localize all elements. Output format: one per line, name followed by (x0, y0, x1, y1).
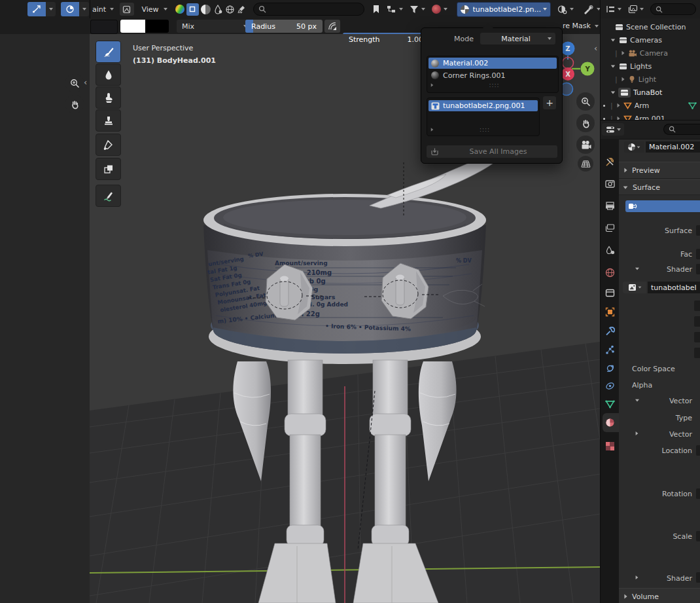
tab-texture-icon[interactable] (605, 441, 615, 451)
vector-expand-icon[interactable] (635, 399, 639, 402)
texture-mask-button[interactable] (583, 5, 601, 14)
secondary-color-swatch[interactable] (145, 20, 169, 33)
rainbow-sphere-icon[interactable] (175, 5, 184, 14)
surface-panel-header[interactable]: Surface (619, 179, 700, 195)
save-all-images-button[interactable]: Save All Images (427, 145, 557, 158)
outliner-row-tunabot[interactable]: TunaBot (601, 86, 700, 99)
mode-selector[interactable]: aint (92, 5, 114, 14)
disclosure-down-icon[interactable] (611, 65, 615, 67)
add-image-slot-button[interactable]: + (543, 96, 556, 109)
material-preview-icon[interactable] (213, 4, 223, 14)
shader2-expand-icon[interactable] (636, 576, 639, 579)
canvas-image-selector[interactable]: tunabotlabel2.pn... (457, 2, 551, 17)
sphere-falloff-dropdown[interactable] (79, 2, 89, 16)
paint-mode-icon-button[interactable] (120, 3, 133, 16)
editor-type-button[interactable] (602, 123, 624, 136)
brush-texture-swatch[interactable] (90, 20, 118, 34)
list-resize-grip[interactable]: :::: (434, 127, 536, 132)
blend-mode-dropdown[interactable]: Mix (177, 20, 253, 33)
properties-search-field[interactable] (663, 124, 700, 135)
texture-button[interactable] (557, 5, 574, 14)
zoom-button[interactable] (576, 92, 595, 111)
image-browse-button[interactable] (623, 282, 646, 293)
outliner-row-camera[interactable]: | Camera (601, 46, 700, 60)
view-layers-button[interactable] (387, 5, 403, 14)
list-resize-grip[interactable]: :::: (434, 82, 555, 88)
tab-data-icon[interactable] (605, 400, 615, 409)
falloff-dropdown[interactable] (46, 2, 56, 16)
field-2[interactable] (694, 316, 700, 327)
left-viewport-strip[interactable]: ‹ (0, 34, 90, 603)
location-field[interactable] (696, 445, 700, 456)
tool-fill-button[interactable] (96, 134, 121, 156)
solid-shading-icon[interactable] (201, 5, 211, 14)
outliner-row-arm[interactable]: | Arm (601, 99, 700, 112)
bookmark-icon[interactable] (372, 5, 380, 14)
material-slot-item[interactable]: Corner Rings.001 (429, 70, 557, 81)
primary-color-swatch[interactable] (120, 20, 145, 33)
tab-object-icon[interactable] (605, 307, 615, 317)
sidebar-collapse[interactable]: ‹ (594, 43, 597, 53)
material-slot-selected[interactable]: Material.002 (429, 58, 557, 69)
perspective-toggle-button[interactable] (578, 156, 593, 172)
mode-dropdown[interactable]: Material (480, 33, 555, 45)
tab-output-icon[interactable] (605, 202, 615, 210)
preview-panel-header[interactable]: Preview (619, 162, 700, 179)
tool-smear-button[interactable] (96, 86, 121, 109)
tab-forcefield-icon[interactable] (605, 381, 615, 391)
image-slot-selected[interactable]: tunabotlabel2.png.001 (429, 100, 538, 111)
vector2-expand-icon[interactable] (636, 431, 639, 435)
pan-button[interactable] (576, 114, 595, 132)
tab-modifier-icon[interactable] (605, 327, 615, 337)
tab-viewlayer-icon[interactable] (605, 224, 615, 232)
falloff-curve-button[interactable] (27, 2, 46, 16)
list-expand-icon[interactable] (431, 83, 434, 87)
rendered-shading-icon[interactable] (225, 5, 235, 14)
image-name-field[interactable]: tunabotlabel (648, 282, 700, 293)
disclosure-down-icon[interactable] (611, 91, 615, 94)
view-menu[interactable]: View (142, 5, 167, 14)
camera-view-button[interactable] (576, 136, 595, 154)
outliner-row-scene-collection[interactable]: Scene Collection (601, 20, 700, 33)
shader-expand-icon[interactable] (635, 268, 639, 270)
list-expand-icon[interactable] (431, 128, 434, 132)
tab-world-icon[interactable] (605, 268, 615, 278)
radius-pressure-button[interactable] (324, 20, 340, 33)
tab-physics-icon[interactable] (605, 363, 615, 373)
field-1[interactable] (694, 301, 700, 311)
brush-blob-button[interactable] (432, 5, 447, 14)
outliner-row-light[interactable]: | Light (601, 73, 700, 86)
tab-scene-icon[interactable] (605, 246, 615, 255)
shader2-field[interactable] (696, 572, 700, 583)
left-pan-button[interactable] (65, 95, 84, 113)
material-name-field[interactable]: Material.002 (646, 141, 700, 153)
tool-soften-button[interactable] (96, 64, 121, 86)
outliner-search-field[interactable] (650, 3, 696, 15)
outliner-row-lights[interactable]: Lights (601, 60, 700, 73)
tab-particles-icon[interactable] (605, 345, 615, 355)
tool-draw-button[interactable] (96, 41, 121, 63)
radius-slider[interactable]: Radius 50 px (245, 20, 323, 33)
outliner-filter[interactable] (628, 5, 644, 14)
outliner-display-mode[interactable] (606, 5, 621, 14)
disclosure-down-icon[interactable] (611, 39, 615, 41)
disclosure-right-icon[interactable] (621, 77, 624, 81)
node-selector-row[interactable] (625, 200, 700, 212)
left-zoom-button[interactable] (65, 74, 84, 92)
surface-field[interactable] (696, 225, 700, 236)
volume-panel-header[interactable]: Volume (619, 588, 700, 603)
rotation-field[interactable] (696, 488, 700, 499)
tab-tool-icon[interactable] (605, 157, 615, 167)
tool-annotate-button[interactable] (96, 185, 121, 207)
scale-field[interactable] (696, 531, 700, 541)
tab-render-icon[interactable] (605, 179, 615, 188)
shader-field[interactable] (696, 264, 700, 274)
header-search-field[interactable] (253, 3, 364, 16)
fac-field[interactable] (696, 249, 700, 259)
tab-collection-icon[interactable] (605, 289, 615, 297)
tool-mask-button[interactable] (96, 158, 121, 180)
tab-material-icon[interactable] (605, 418, 615, 428)
sphere-falloff-button[interactable] (61, 2, 79, 16)
material-browse-button[interactable] (624, 141, 644, 153)
field-3[interactable] (694, 332, 700, 342)
